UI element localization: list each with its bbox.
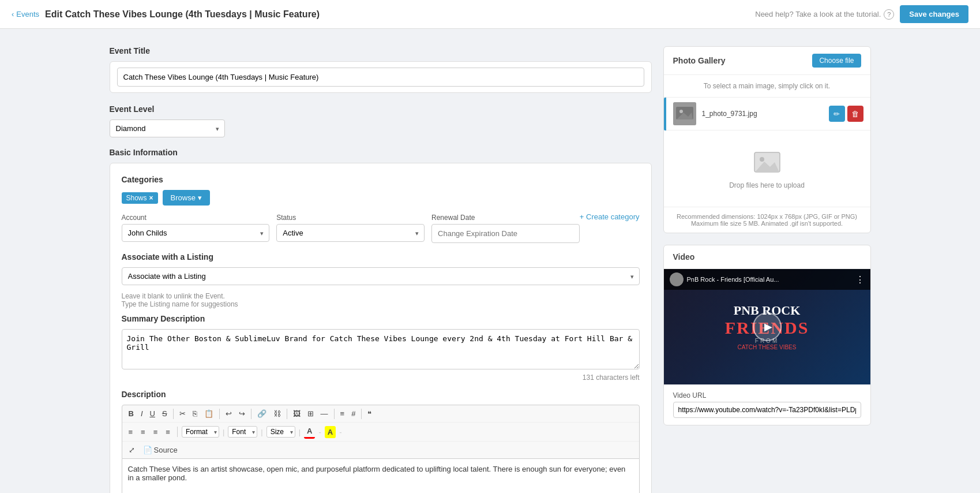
table-button[interactable]: ⊞: [305, 408, 317, 420]
summary-section: Summary Description Join The Other Bosto…: [122, 314, 640, 382]
video-avatar: [670, 272, 684, 286]
browse-label: Browse: [171, 193, 196, 202]
description-editor[interactable]: Catch These Vibes is an artist showcase,…: [122, 459, 640, 493]
save-button[interactable]: Save changes: [900, 5, 968, 23]
source-label: Source: [154, 446, 178, 454]
link-button[interactable]: 🔗: [254, 408, 269, 420]
video-overlay: PNB ROCK FRIENDS FROM CATCH THESE VIBES: [753, 312, 782, 341]
gallery-footer-line1: Recommended dimensions: 1024px x 768px (…: [673, 213, 861, 220]
redo-button[interactable]: ↪: [236, 408, 248, 420]
justify-button[interactable]: ≡: [163, 426, 173, 438]
topbar-right: Need help? Take a look at the tutorial. …: [755, 5, 968, 23]
bg-color-button[interactable]: A: [325, 426, 336, 438]
gallery-header: Photo Gallery Choose file: [664, 47, 870, 75]
description-section: Description B I U S ✂ ⎘ 📋 ↩ ↪: [122, 390, 640, 493]
account-select[interactable]: John Childs: [122, 224, 270, 242]
associate-select[interactable]: Associate with a Listing: [122, 267, 640, 285]
align-right-button[interactable]: ≡: [151, 426, 161, 438]
source-button[interactable]: 📄 Source: [140, 444, 181, 456]
ol-button[interactable]: #: [348, 408, 358, 420]
photo-thumbnail: [673, 102, 696, 125]
description-toolbar: B I U S ✂ ⎘ 📋 ↩ ↪ 🔗 ⛓: [122, 405, 640, 459]
status-label: Status: [276, 214, 425, 222]
tag-shows-remove[interactable]: ×: [149, 194, 153, 202]
tag-shows: Shows ×: [122, 192, 158, 204]
left-panel: Event Title Event Level Diamond Basic In…: [110, 46, 652, 493]
toolbar-row3: ⤢ 📄 Source: [122, 442, 639, 458]
photo-item-wrapper: 1_photo_9731.jpg ✏ 🗑: [664, 98, 870, 130]
account-status-renewal: Account John Childs Status Active: [122, 214, 580, 243]
renewal-input[interactable]: [431, 224, 580, 243]
photo-filename: 1_photo_9731.jpg: [702, 110, 823, 118]
status-section: Status Active: [276, 214, 425, 243]
image-button[interactable]: 🖼: [290, 408, 303, 420]
back-link[interactable]: ‹ Events: [12, 10, 39, 18]
underline-button[interactable]: U: [147, 408, 158, 420]
associate-hint2: Type the Listing name for suggestions: [122, 300, 640, 308]
source-icon: 📄: [143, 446, 152, 454]
delete-photo-button[interactable]: 🗑: [847, 106, 863, 122]
size-select[interactable]: Size: [266, 426, 295, 438]
renewal-label: Renewal Date: [431, 214, 580, 222]
help-icon[interactable]: ?: [884, 9, 894, 20]
video-more-icon[interactable]: ⋮: [855, 274, 865, 285]
page-title: Edit Catch These Vibes Lounge (4th Tuesd…: [45, 9, 320, 20]
associate-hint1: Leave it blank to unlink the Event.: [122, 292, 640, 300]
svg-point-7: [670, 272, 684, 286]
event-title-input[interactable]: [117, 68, 644, 87]
right-panel: Photo Gallery Choose file To select a ma…: [663, 46, 871, 493]
summary-textarea[interactable]: Join The Other Boston & SublimeLuv Brand…: [122, 329, 640, 369]
toolbar-sep3: [251, 409, 251, 419]
font-select[interactable]: Font: [228, 426, 257, 438]
description-text: Catch These Vibes is an artist showcase,…: [128, 465, 633, 482]
upload-dropzone[interactable]: Drop files here to upload: [664, 130, 870, 207]
help-text: Need help? Take a look at the tutorial. …: [755, 9, 894, 20]
toolbar-sep5: [334, 409, 335, 419]
topbar: ‹ Events Edit Catch These Vibes Lounge (…: [0, 0, 980, 29]
toolbar-sep7: [177, 427, 178, 437]
associate-select-wrap: Associate with a Listing: [122, 267, 640, 285]
size-select-wrap: Size: [266, 426, 295, 438]
create-category-link[interactable]: + Create category: [580, 212, 640, 221]
undo-button[interactable]: ↩: [223, 408, 235, 420]
toolbar-sep4: [287, 409, 287, 419]
play-button[interactable]: [753, 312, 782, 341]
align-center-button[interactable]: ≡: [138, 426, 148, 438]
copy-button[interactable]: ⎘: [190, 408, 200, 420]
video-url-input[interactable]: [673, 402, 861, 418]
strikethrough-button[interactable]: S: [159, 408, 170, 420]
browse-button[interactable]: Browse ▾: [163, 190, 210, 206]
blockquote-button[interactable]: ❝: [365, 408, 374, 420]
back-icon: ‹: [12, 10, 14, 18]
font-color-button[interactable]: A: [304, 425, 315, 439]
fullscreen-button[interactable]: ⤢: [126, 444, 138, 456]
hr-button[interactable]: —: [318, 408, 331, 420]
renewal-section: Renewal Date: [431, 214, 580, 243]
trash-icon: 🗑: [851, 110, 859, 118]
video-info-bar: PnB Rock - Friends [Official Au... ⋮: [664, 269, 870, 290]
event-title-section: Event Title: [110, 46, 652, 93]
event-level-select[interactable]: Diamond: [110, 119, 225, 137]
align-left-button[interactable]: ≡: [126, 426, 136, 438]
paste-button[interactable]: 📋: [201, 408, 216, 420]
status-select[interactable]: Active: [276, 224, 425, 242]
font-select-wrap: Font: [228, 426, 257, 438]
categories-row: Shows × Browse ▾: [122, 190, 640, 206]
choose-file-button[interactable]: Choose file: [812, 54, 861, 68]
account-section: Account John Childs: [122, 214, 270, 243]
ul-button[interactable]: ≡: [337, 408, 348, 420]
unlink-button[interactable]: ⛓: [271, 408, 284, 420]
italic-button[interactable]: I: [138, 408, 146, 420]
bold-button[interactable]: B: [126, 408, 137, 420]
photo-actions: ✏ 🗑: [829, 106, 863, 122]
video-body: Video URL: [664, 384, 870, 425]
toolbar-row1: B I U S ✂ ⎘ 📋 ↩ ↪ 🔗 ⛓: [122, 405, 639, 423]
edit-photo-button[interactable]: ✏: [829, 106, 845, 122]
cut-button[interactable]: ✂: [177, 408, 189, 420]
toolbar-sep2: [219, 409, 220, 419]
video-url-label: Video URL: [673, 391, 861, 399]
format-select[interactable]: Format: [182, 426, 219, 438]
toolbar-row2: ≡ ≡ ≡ ≡ Format | Font: [122, 423, 639, 442]
upload-text: Drop files here to upload: [675, 181, 859, 189]
account-select-wrap: John Childs: [122, 224, 270, 242]
